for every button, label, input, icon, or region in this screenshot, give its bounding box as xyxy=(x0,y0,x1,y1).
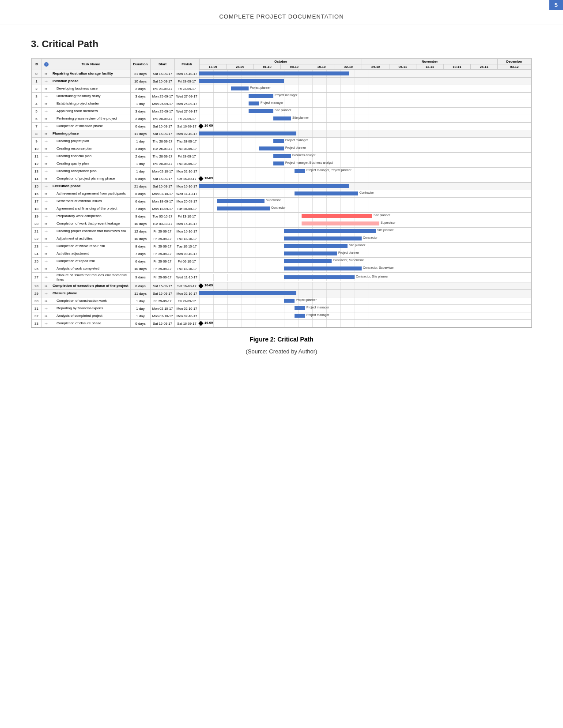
task-id: 13 xyxy=(32,168,42,175)
gantt-bar-cell: Site planner xyxy=(199,108,532,115)
task-name: Completion of project planning phase xyxy=(51,175,131,183)
col-header-id: ID xyxy=(32,59,42,70)
bar-label: Project manager xyxy=(306,306,329,309)
task-start: Mon 02-10-17 xyxy=(151,168,175,175)
gantt-bar-cell: Project planner xyxy=(199,145,532,153)
gantt-bar xyxy=(284,266,362,270)
task-start: Sat 16-09-17 xyxy=(151,282,175,290)
task-start: Mon 02-10-17 xyxy=(151,305,175,312)
gantt-bar-cell: Contractor, Supervisor xyxy=(199,258,532,265)
task-duration: 9 days xyxy=(131,273,151,282)
gantt-chart: ID i Task Name Duration Start Finish Oct… xyxy=(31,58,532,328)
gantt-bar xyxy=(273,116,291,120)
task-mode-icon: ⇒ xyxy=(42,273,51,282)
gantt-bar-cell: Supervisor xyxy=(199,198,532,205)
task-id: 31 xyxy=(32,305,42,312)
task-id: 1 xyxy=(32,78,42,85)
bar-label: Site planner xyxy=(377,229,393,232)
gantt-bar xyxy=(249,94,273,98)
task-start: Thu 28-09-17 xyxy=(151,153,175,160)
task-id: 3 xyxy=(32,93,42,100)
task-finish: Mon 25-09-17 xyxy=(175,198,199,205)
task-mode-icon: ⇒ xyxy=(42,85,51,93)
task-name: Repairing Australian storage facility xyxy=(51,70,131,78)
task-id: 17 xyxy=(32,198,42,205)
gantt-bar-cell: Project manager, Business analyst xyxy=(199,160,532,168)
task-start: Thu 28-09-17 xyxy=(151,160,175,168)
task-mode-icon: ⇒ xyxy=(42,115,51,123)
gantt-bar xyxy=(302,214,372,218)
task-duration: 10 days xyxy=(131,265,151,273)
task-mode-icon: ⇒ xyxy=(42,297,51,305)
gantt-bar-cell: Contractor, Site planner xyxy=(199,273,532,282)
task-mode-icon: ⇒ xyxy=(42,243,51,250)
gantt-bar-cell: Site planner xyxy=(199,243,532,250)
task-duration: 10 days xyxy=(131,220,151,228)
task-name: Planning phase xyxy=(51,130,131,138)
gantt-bar-cell: 16-09 xyxy=(199,123,532,130)
task-finish: Sat 16-09-17 xyxy=(175,282,199,290)
task-duration: 0 days xyxy=(131,320,151,327)
task-duration: 0 days xyxy=(131,123,151,130)
task-id: 6 xyxy=(32,115,42,123)
task-start: Tue 03-10-17 xyxy=(151,213,175,220)
task-mode-icon: ⇒ xyxy=(42,138,51,145)
task-finish: Mon 02-10-17 xyxy=(175,168,199,175)
task-mode-icon: ⇒ xyxy=(42,282,51,290)
task-id: 24 xyxy=(32,250,42,258)
task-finish: Fri 29-09-17 xyxy=(175,153,199,160)
task-name: Closure of issues that reduces environme… xyxy=(51,273,131,282)
gantt-bar-cell: Contractor xyxy=(199,205,532,213)
task-duration: 0 days xyxy=(131,282,151,290)
gantt-bar xyxy=(284,229,376,233)
task-finish: Mon 16-10-17 xyxy=(175,70,199,78)
task-finish: Fri 22-09-17 xyxy=(175,85,199,93)
gantt-bar-cell xyxy=(199,78,532,85)
task-id: 27 xyxy=(32,273,42,282)
task-finish: Fri 06-10-17 xyxy=(175,258,199,265)
task-finish: Wed 27-09-17 xyxy=(175,108,199,115)
task-finish: Mon 02-10-17 xyxy=(175,290,199,297)
bar-label: Project manager xyxy=(285,139,308,142)
col-header-start: Start xyxy=(151,59,175,70)
task-duration: 1 day xyxy=(131,168,151,175)
task-finish: Wed 11-10-17 xyxy=(175,190,199,198)
bar-label: Project manager, Project planner xyxy=(306,169,351,172)
task-mode-icon: ⇒ xyxy=(42,145,51,153)
task-mode-icon: ⇒ xyxy=(42,265,51,273)
bar-label: Contractor, Supervisor xyxy=(333,259,364,262)
task-duration: 11 days xyxy=(131,130,151,138)
task-mode-icon: ⇒ xyxy=(42,78,51,85)
col-header-task-name: Task Name xyxy=(51,59,131,70)
task-id: 0 xyxy=(32,70,42,78)
milestone-label: 16-09 xyxy=(204,124,213,128)
gantt-bar-cell xyxy=(199,70,532,78)
gantt-bar-cell: 16-09 xyxy=(199,320,532,327)
task-id: 22 xyxy=(32,235,42,243)
bar-label: Business analyst xyxy=(292,154,316,157)
gantt-bar-cell: Project manager xyxy=(199,100,532,108)
task-duration: 2 days xyxy=(131,85,151,93)
page-header: COMPLETE PROJECT DOCUMENTATION 5 xyxy=(0,0,563,25)
task-duration: 8 days xyxy=(131,243,151,250)
bar-label: Site planner xyxy=(292,116,309,119)
bar-label: Contractor xyxy=(359,191,374,194)
task-mode-icon: ⇒ xyxy=(42,305,51,312)
gantt-bar-cell xyxy=(199,183,532,190)
page-number: 5 xyxy=(549,0,563,10)
task-mode-icon: ⇒ xyxy=(42,190,51,198)
gantt-bar xyxy=(284,299,295,303)
task-id: 4 xyxy=(32,100,42,108)
task-name: Completion of initiation phase xyxy=(51,123,131,130)
col-header-timeline: October November December 17-09 24-09 01… xyxy=(199,59,532,70)
task-finish: Fri 29-09-17 xyxy=(175,115,199,123)
task-duration: 7 days xyxy=(131,250,151,258)
task-finish: Mon 25-09-17 xyxy=(175,100,199,108)
gantt-bar xyxy=(273,139,284,143)
bar-label: Contractor xyxy=(363,236,378,239)
task-mode-icon: ⇒ xyxy=(42,235,51,243)
task-finish: Thu 28-09-17 xyxy=(175,145,199,153)
section-title: 3. Critical Path xyxy=(31,38,532,50)
task-id: 23 xyxy=(32,243,42,250)
task-id: 28 xyxy=(32,282,42,290)
